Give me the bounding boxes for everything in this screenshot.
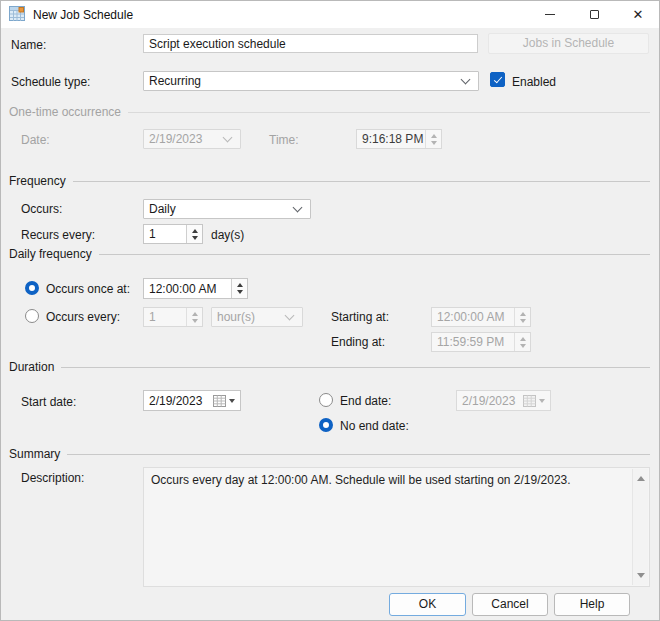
new-job-schedule-dialog: New Job Schedule ✕ Name: Jobs in Schedul… xyxy=(0,0,660,621)
spinner-buttons xyxy=(514,308,530,326)
start-date-label: Start date: xyxy=(21,395,76,409)
one-time-time-spinner: 9:16:18 PM xyxy=(356,129,442,149)
window-title: New Job Schedule xyxy=(33,8,133,22)
occurs-every-spinner: 1 xyxy=(143,307,203,327)
duration-label: Duration xyxy=(9,360,54,374)
chevron-down-icon xyxy=(293,203,303,213)
occurs-label: Occurs: xyxy=(21,202,62,216)
occurs-once-at-radio[interactable] xyxy=(25,281,39,295)
recurs-every-spinner[interactable]: 1 xyxy=(143,224,203,244)
occurs-every-unit-select: hour(s) xyxy=(211,307,303,327)
ok-button[interactable]: OK xyxy=(389,593,466,616)
end-date-radio[interactable] xyxy=(319,393,333,407)
summary-label: Summary xyxy=(9,447,60,461)
frequency-group-header: Frequency xyxy=(9,174,650,187)
no-end-date-label: No end date: xyxy=(340,419,409,433)
close-icon: ✕ xyxy=(633,8,644,21)
close-button[interactable]: ✕ xyxy=(623,3,653,27)
jobs-in-schedule-button: Jobs in Schedule xyxy=(488,33,649,54)
spin-up-icon xyxy=(520,312,526,316)
description-text: Occurs every day at 12:00:00 AM. Schedul… xyxy=(151,473,625,488)
occurs-every-label: Occurs every: xyxy=(46,310,120,324)
recurs-every-unit-label: day(s) xyxy=(211,228,244,242)
scroll-up-icon[interactable] xyxy=(637,476,645,481)
name-label: Name: xyxy=(11,38,46,52)
one-time-occurrence-label: One-time occurrence xyxy=(9,105,121,119)
cancel-button[interactable]: Cancel xyxy=(472,593,548,616)
maximize-button[interactable] xyxy=(579,3,609,27)
daily-frequency-group-header: Daily frequency xyxy=(9,247,650,260)
spin-up-icon xyxy=(431,134,437,138)
recurs-every-value: 1 xyxy=(144,225,186,243)
start-date-value: 2/19/2023 xyxy=(149,394,202,408)
name-input[interactable] xyxy=(143,34,478,53)
one-time-date-select: 2/19/2023 xyxy=(143,129,241,149)
maximize-icon xyxy=(590,10,599,19)
occurs-select[interactable]: Daily xyxy=(143,199,311,219)
spinner-buttons[interactable] xyxy=(186,225,202,243)
vertical-scrollbar[interactable] xyxy=(632,469,648,585)
spin-down-icon xyxy=(237,290,243,294)
end-date-label: End date: xyxy=(340,394,391,408)
calendar-icon xyxy=(523,395,536,407)
one-time-date-value: 2/19/2023 xyxy=(149,132,202,146)
starting-at-spinner: 12:00:00 AM xyxy=(431,307,531,327)
dropdown-caret-icon xyxy=(229,399,235,403)
ending-at-value: 11:59:59 PM xyxy=(432,333,514,351)
occurs-once-at-label: Occurs once at: xyxy=(46,282,130,296)
calendar-icon xyxy=(213,395,226,407)
spin-down-icon xyxy=(192,319,198,323)
spin-up-icon xyxy=(237,283,243,287)
spin-down-icon xyxy=(192,236,198,240)
occurs-every-radio[interactable] xyxy=(25,309,39,323)
frequency-label: Frequency xyxy=(9,174,66,188)
schedule-type-label: Schedule type: xyxy=(11,75,90,89)
minimize-button[interactable] xyxy=(535,3,565,27)
summary-group-header: Summary xyxy=(9,447,650,460)
minimize-icon xyxy=(545,14,555,15)
enabled-checkbox[interactable] xyxy=(490,72,505,87)
end-date-picker: 2/19/2023 xyxy=(456,390,551,411)
duration-group-header: Duration xyxy=(9,360,650,373)
end-date-value: 2/19/2023 xyxy=(462,394,515,408)
enabled-label: Enabled xyxy=(512,75,556,89)
ending-at-spinner: 11:59:59 PM xyxy=(431,332,531,352)
schedule-type-select[interactable]: Recurring xyxy=(143,71,479,91)
occurs-once-at-spinner[interactable]: 12:00:00 AM xyxy=(143,278,248,299)
spin-up-icon xyxy=(192,312,198,316)
dropdown-caret-icon xyxy=(539,399,545,403)
spin-down-icon xyxy=(431,141,437,145)
schedule-type-value: Recurring xyxy=(149,74,201,88)
chevron-down-icon xyxy=(285,311,295,321)
scroll-down-icon[interactable] xyxy=(637,573,645,578)
spinner-buttons xyxy=(425,130,441,148)
occurs-every-unit-value: hour(s) xyxy=(217,310,255,324)
occurs-every-value: 1 xyxy=(144,308,186,326)
spinner-buttons[interactable] xyxy=(231,279,247,298)
one-time-occurrence-group-header: One-time occurrence xyxy=(9,105,650,118)
schedule-calendar-icon xyxy=(9,6,25,24)
occurs-value: Daily xyxy=(149,202,176,216)
spin-up-icon xyxy=(520,337,526,341)
chevron-down-icon xyxy=(461,75,471,85)
date-label: Date: xyxy=(21,133,50,147)
recurs-every-label: Recurs every: xyxy=(21,228,95,242)
time-label: Time: xyxy=(269,133,299,147)
spinner-buttons xyxy=(186,308,202,326)
one-time-time-value: 9:16:18 PM xyxy=(357,130,425,148)
description-textarea[interactable]: Occurs every day at 12:00:00 AM. Schedul… xyxy=(143,467,650,587)
chevron-down-icon xyxy=(223,133,233,143)
spinner-buttons xyxy=(514,333,530,351)
spin-down-icon xyxy=(520,319,526,323)
description-label: Description: xyxy=(21,471,84,485)
checkmark-icon xyxy=(493,74,501,83)
spin-down-icon xyxy=(520,344,526,348)
help-button[interactable]: Help xyxy=(554,593,630,616)
no-end-date-radio[interactable] xyxy=(319,418,333,432)
daily-frequency-label: Daily frequency xyxy=(9,247,92,261)
start-date-picker[interactable]: 2/19/2023 xyxy=(143,390,241,411)
titlebar: New Job Schedule ✕ xyxy=(1,1,659,28)
ending-at-label: Ending at: xyxy=(331,335,385,349)
starting-at-value: 12:00:00 AM xyxy=(432,308,514,326)
spin-up-icon xyxy=(192,229,198,233)
